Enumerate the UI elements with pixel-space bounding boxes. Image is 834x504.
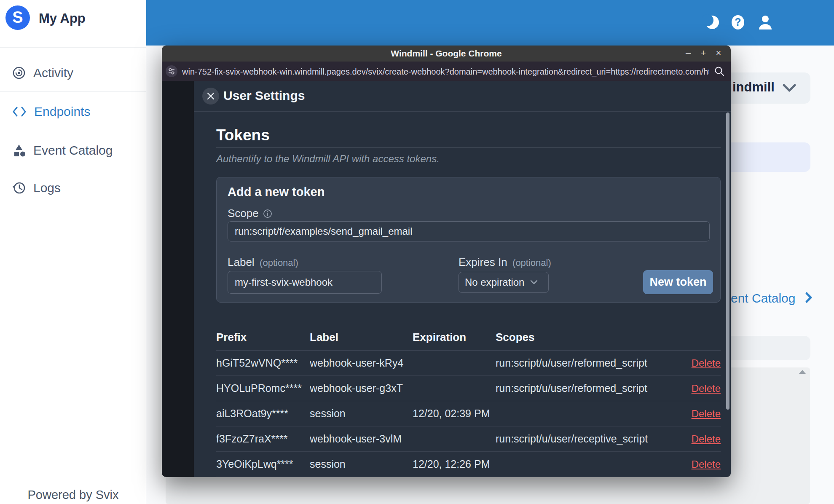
token-label: session: [310, 407, 413, 420]
sidebar-item-logs[interactable]: Logs: [0, 178, 146, 198]
sidebar-item-label: Event Catalog: [33, 143, 113, 158]
expires-selected-value: No expiration: [465, 276, 524, 288]
sidebar-item-label: Activity: [33, 66, 73, 80]
tokens-table: Prefix Label Expiration Scopes hGiT52wVN…: [216, 324, 721, 477]
expires-select[interactable]: No expiration: [459, 272, 549, 293]
token-prefix: aiL3ROat9y****: [216, 407, 310, 420]
chevron-right-icon: [805, 292, 813, 303]
token-expiration: 12/20, 12:26 PM: [413, 458, 496, 470]
expires-field-label: Expires In (optional): [459, 256, 551, 269]
powered-by-svix: Powered by Svix: [0, 488, 146, 502]
token-label: webhook-user-g3xT: [310, 382, 413, 394]
window-maximize-button[interactable]: +: [697, 46, 710, 62]
activity-gauge-icon: [12, 66, 26, 80]
token-prefix: HYOLuPRomc****: [216, 382, 310, 394]
delete-token-link[interactable]: Delete: [692, 408, 721, 419]
code-brackets-icon: [12, 105, 27, 118]
logo-row: S My App: [0, 0, 146, 48]
history-clock-icon: [12, 181, 26, 195]
svg-text:?: ?: [735, 16, 741, 28]
delete-token-link[interactable]: Delete: [692, 458, 721, 470]
token-label: webhook-user-3vlM: [310, 433, 413, 445]
info-icon[interactable]: [263, 209, 272, 218]
expires-label: Expires In: [459, 256, 507, 268]
modal-header: User Settings: [194, 81, 731, 112]
chevron-down-icon: [782, 83, 796, 93]
window-minimize-button[interactable]: –: [682, 46, 695, 62]
token-label: webhook-user-kRy4: [310, 357, 413, 369]
window-close-button[interactable]: ×: [712, 46, 725, 62]
chevron-down-icon: [530, 280, 538, 285]
token-prefix: hGiT52wVNQ****: [216, 357, 310, 369]
tokens-heading: Tokens: [216, 126, 721, 144]
window-titlebar[interactable]: Windmill - Google Chrome – + ×: [162, 46, 731, 62]
scope-label-row: Scope: [228, 207, 272, 220]
col-scopes: Scopes: [496, 331, 684, 344]
delete-token-link[interactable]: Delete: [692, 383, 721, 394]
browser-viewport: User Settings Tokens Authentify to the W…: [162, 81, 731, 477]
svix-logo-icon: S: [5, 5, 30, 30]
sidebar-item-label: Logs: [33, 181, 61, 195]
modal-scrollbar[interactable]: [726, 113, 729, 410]
label-field-label: Label (optional): [228, 256, 298, 269]
col-label: Label: [310, 331, 413, 344]
add-token-title: Add a new token: [228, 185, 324, 199]
token-expiration: 12/20, 02:39 PM: [413, 407, 496, 420]
table-row: aiL3ROat9y**** session 12/20, 02:39 PM D…: [216, 401, 721, 426]
divider: [0, 91, 146, 92]
app-header: ?: [146, 0, 834, 46]
search-icon[interactable]: [714, 66, 725, 78]
table-header-row: Prefix Label Expiration Scopes: [216, 324, 721, 351]
optional-hint: (optional): [512, 257, 551, 268]
new-token-button[interactable]: New token: [643, 270, 713, 294]
add-token-card: Add a new token Scope Label (optional): [216, 177, 721, 303]
sidebar-item-activity[interactable]: Activity: [0, 63, 146, 83]
scope-input[interactable]: [228, 221, 710, 241]
tokens-subtitle: Authentify to the Windmill API with acce…: [216, 153, 721, 165]
site-settings-icon[interactable]: [165, 65, 178, 78]
table-row: f3FzoZ7raX**** webhook-user-3vlM run:scr…: [216, 426, 721, 452]
sidebar: S My App Activity Endpoints: [0, 0, 146, 504]
shapes-icon: [12, 143, 26, 158]
col-prefix: Prefix: [216, 331, 310, 344]
scroll-up-arrow-icon[interactable]: [799, 370, 806, 374]
sidebar-item-event-catalog[interactable]: Event Catalog: [0, 141, 146, 160]
token-scopes: run:script/u/user/reformed_script: [496, 382, 684, 394]
token-scopes: run:script/u/user/reformed_script: [496, 357, 684, 369]
help-icon[interactable]: ?: [729, 13, 748, 32]
tokens-section: Tokens Authentify to the Windmill API wi…: [216, 126, 721, 165]
token-label: session: [310, 458, 413, 470]
scope-label: Scope: [228, 207, 259, 220]
workspace-name-partial: indmill: [732, 80, 775, 95]
sidebar-item-endpoints[interactable]: Endpoints: [0, 102, 146, 121]
token-prefix: f3FzoZ7raX****: [216, 433, 310, 445]
address-bar[interactable]: win-752-fix-svix-webhook-win.windmill.pa…: [182, 66, 709, 78]
modal-title: User Settings: [223, 88, 305, 103]
table-row: 3YeOiKpLwq**** session 12/20, 12:26 PM D…: [216, 452, 721, 477]
table-row: HYOLuPRomc**** webhook-user-g3xT run:scr…: [216, 376, 721, 401]
table-row: hGiT52wVNQ**** webhook-user-kRy4 run:scr…: [216, 351, 721, 376]
chrome-window: Windmill - Google Chrome – + × win-752-f…: [162, 46, 731, 477]
divider: [216, 147, 721, 148]
event-catalog-link[interactable]: ent Catalog: [731, 291, 813, 306]
window-title: Windmill - Google Chrome: [162, 46, 731, 62]
token-scopes: run:script/u/user/receptive_script: [496, 433, 684, 445]
sidebar-item-label: Endpoints: [34, 105, 90, 119]
account-icon[interactable]: [756, 13, 775, 32]
screen: ? indmill ent Catalog S My App: [0, 0, 834, 504]
token-prefix: 3YeOiKpLwq****: [216, 458, 310, 470]
dark-mode-moon-icon[interactable]: [702, 13, 720, 32]
close-icon[interactable]: [202, 88, 219, 105]
event-catalog-link-label: ent Catalog: [731, 291, 795, 305]
app-name: My App: [39, 11, 86, 26]
label-label: Label: [228, 256, 255, 268]
browser-toolbar: win-752-fix-svix-webhook-win.windmill.pa…: [162, 62, 731, 81]
user-settings-modal: User Settings Tokens Authentify to the W…: [194, 81, 731, 477]
label-input[interactable]: [228, 271, 382, 294]
delete-token-link[interactable]: Delete: [692, 357, 721, 369]
col-expiration: Expiration: [413, 331, 496, 344]
optional-hint: (optional): [260, 257, 298, 268]
delete-token-link[interactable]: Delete: [692, 433, 721, 445]
